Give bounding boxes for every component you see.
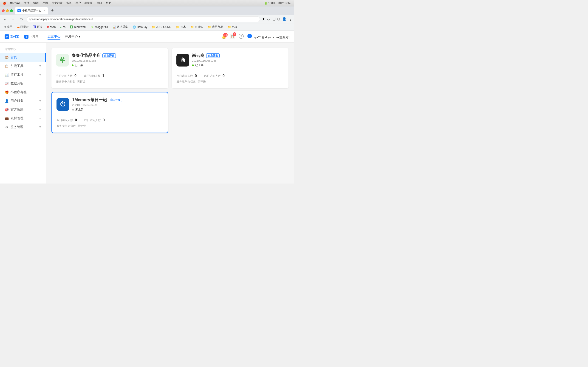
profile-icon[interactable]: 👤 xyxy=(282,17,287,21)
bookmark-icon[interactable]: ★ xyxy=(262,17,265,21)
user-account[interactable]: Q qia***@aliyun.com[主账号] xyxy=(247,34,289,40)
new-tab-button[interactable]: + xyxy=(49,8,56,14)
teamwork-icon: T xyxy=(70,25,73,28)
bookmark-swagger[interactable]: S Swagger UI xyxy=(89,25,110,29)
menu-help[interactable]: 帮助 xyxy=(106,1,111,5)
home-icon: 🏠 xyxy=(5,55,9,59)
sidebar-item-data[interactable]: 📈 数据分析 xyxy=(0,79,46,88)
app-card-3[interactable]: ⏱ 1Memory每日一记 自主开发 2021001156673409 未上架 xyxy=(52,92,168,133)
minimize-button[interactable] xyxy=(6,9,9,12)
sidebar-item-official[interactable]: 🎯 官方激励 ∨ xyxy=(0,105,46,114)
today-value-2: 0 xyxy=(195,74,197,78)
menu-bookmarks[interactable]: 书签 xyxy=(66,1,72,5)
macos-topbar-left: 🍎 Chrome 文件 编辑 视图 历史记录 书签 用户 标签页 窗口 帮助 xyxy=(3,1,111,5)
bookmark-label: 应用市场 xyxy=(212,25,223,29)
bookmark-label: 自媒体 xyxy=(195,25,203,29)
nav-operation-center[interactable]: 运营中心 xyxy=(48,33,61,40)
service-mgmt-icon: ⚙ xyxy=(5,125,9,129)
retention-icon: 📊 xyxy=(5,73,9,77)
bookmark-appstore[interactable]: 📁 应用市场 xyxy=(206,24,225,30)
menu-tabs[interactable]: 标签页 xyxy=(85,1,93,5)
menu-history[interactable]: 历史记录 xyxy=(52,1,62,5)
app-card-1[interactable]: 芊 秦秦化妆品小店 自主开发 2021001163631285 已上架 xyxy=(52,48,168,88)
tab-close-button[interactable]: × xyxy=(44,9,45,13)
card-status-3: 未上架 xyxy=(72,108,163,111)
back-button[interactable]: ← xyxy=(2,16,8,23)
app-card-2[interactable]: 商 尚云商 自主开发 2021001109651255 已上架 xyxy=(172,48,288,88)
jusfound-icon: 📁 xyxy=(152,25,155,29)
bookmark-media[interactable]: 📁 自媒体 xyxy=(189,24,205,30)
bookmark-ecommerce[interactable]: 📁 电商 xyxy=(226,24,239,30)
menu-user[interactable]: 用户 xyxy=(75,1,81,5)
svg-text:支: 支 xyxy=(5,35,9,39)
bookmark-es[interactable]: e es xyxy=(58,25,67,29)
card-service-2: 服务竞争力指数 无评级 xyxy=(176,80,284,84)
yesterday-value-1: 1 xyxy=(102,74,104,78)
menu-edit[interactable]: 编辑 xyxy=(33,1,39,5)
chevron-down-icon: ∨ xyxy=(39,99,41,102)
menu-view[interactable]: 视图 xyxy=(42,1,48,5)
card-name-text-1: 秦秦化妆品小店 xyxy=(72,53,101,58)
sidebar-gift-label: 小程序有礼 xyxy=(10,90,27,94)
help-icon[interactable]: ? xyxy=(239,34,244,40)
apple-menu-icon[interactable]: 🍎 xyxy=(3,2,6,5)
today-label-2: 今日访问人数 xyxy=(176,74,193,78)
bookmark-teamwork[interactable]: T Teamwork xyxy=(68,25,88,29)
bookmark-label: JUSFOUND xyxy=(156,25,171,29)
menu-window[interactable]: 窗口 xyxy=(96,1,102,5)
menu-file[interactable]: 文件 xyxy=(24,1,29,5)
active-tab[interactable]: sp 小程序运营中心 × xyxy=(15,7,48,15)
bookmark-data-collect[interactable]: 📊 数据采集 xyxy=(111,24,130,30)
yesterday-label-3: 昨日访问人数 xyxy=(84,118,101,122)
extension-icon-2[interactable]: ⬡ xyxy=(272,17,276,21)
bookmark-datasky[interactable]: 🌐 DataSky xyxy=(131,25,149,29)
bookmark-csdn[interactable]: C csdn xyxy=(45,25,57,29)
today-label-3: 今日访问人数 xyxy=(57,118,73,122)
nav-dev-center[interactable]: 开发中心 ▾ xyxy=(65,34,80,40)
bookmark-apps[interactable]: ⊞ 应用 xyxy=(2,24,14,30)
bookmark-tech[interactable]: 📁 技术 xyxy=(174,24,188,30)
official-icon: 🎯 xyxy=(5,108,9,112)
reload-button[interactable]: ↻ xyxy=(18,16,25,23)
card-stats-3: 今日访问人数 0 昨日访问人数 0 xyxy=(57,115,163,122)
forward-button[interactable]: → xyxy=(10,16,17,23)
card-stats-1: 今日访问人数 0 昨日访问人数 1 xyxy=(56,71,164,78)
yesterday-value-3: 0 xyxy=(103,118,105,122)
sidebar-item-retention[interactable]: 📊 留存工具 ∨ xyxy=(0,70,46,79)
bookmark-baidu[interactable]: 百 百度 xyxy=(32,24,44,30)
url-input[interactable]: spcenter.alipay.com/operation/mini-porta… xyxy=(27,16,260,22)
extension-icon-1[interactable]: 🛡 xyxy=(267,17,271,21)
status-dot-2 xyxy=(192,65,194,66)
svg-text:?: ? xyxy=(241,35,242,38)
maximize-button[interactable] xyxy=(10,9,13,12)
content-area: 芊 秦秦化妆品小店 自主开发 2021001163631285 已上架 xyxy=(46,43,294,184)
extension-menu-icon[interactable]: ⋮ xyxy=(288,17,292,21)
macos-topbar: 🍎 Chrome 文件 编辑 视图 历史记录 书签 用户 标签页 窗口 帮助 🔋… xyxy=(0,0,294,6)
notification-bell[interactable]: 🔔 18 xyxy=(222,34,226,39)
chevron-down-icon: ∨ xyxy=(39,117,41,120)
sidebar-item-user-service[interactable]: 👤 用户服务 ∨ xyxy=(0,97,46,105)
status-dot-1 xyxy=(72,65,73,66)
card-tag-2: 自主开发 xyxy=(206,53,220,58)
today-value-1: 0 xyxy=(74,74,77,78)
alert-icon[interactable]: 📋 1 xyxy=(230,34,235,40)
tab-title: 小程序运营中心 xyxy=(22,9,41,13)
data-collect-icon: 📊 xyxy=(112,25,116,29)
card-title-area-3: 1Memory每日一记 自主开发 2021001156673409 未上架 xyxy=(72,97,163,111)
today-label-1: 今日访问人数 xyxy=(56,74,73,78)
extension-icon-3[interactable]: Q xyxy=(277,17,280,21)
sidebar-item-service-mgmt[interactable]: ⚙ 服务管理 ∨ xyxy=(0,123,46,131)
menu-chrome[interactable]: Chrome xyxy=(10,2,20,5)
sidebar-data-label: 数据分析 xyxy=(10,81,23,85)
close-button[interactable] xyxy=(2,9,5,12)
card-status-2: 已上架 xyxy=(192,63,284,67)
bookmark-jusfound[interactable]: 📁 JUSFOUND xyxy=(150,25,173,29)
sidebar-item-home[interactable]: 🏠 首页 xyxy=(0,53,46,62)
bookmark-aliyun[interactable]: ☁ 阿里云 xyxy=(15,24,31,30)
bookmark-label: 技术 xyxy=(180,25,186,29)
traffic-lights[interactable] xyxy=(2,9,13,12)
sidebar-item-traffic[interactable]: 📋 引流工具 ∨ xyxy=(0,62,46,70)
sidebar-item-assets[interactable]: 💼 素材管理 ∨ xyxy=(0,114,46,123)
card-stats-2: 今日访问人数 0 昨日访问人数 0 xyxy=(176,71,284,78)
sidebar-item-gift[interactable]: 🎁 小程序有礼 xyxy=(0,88,46,97)
